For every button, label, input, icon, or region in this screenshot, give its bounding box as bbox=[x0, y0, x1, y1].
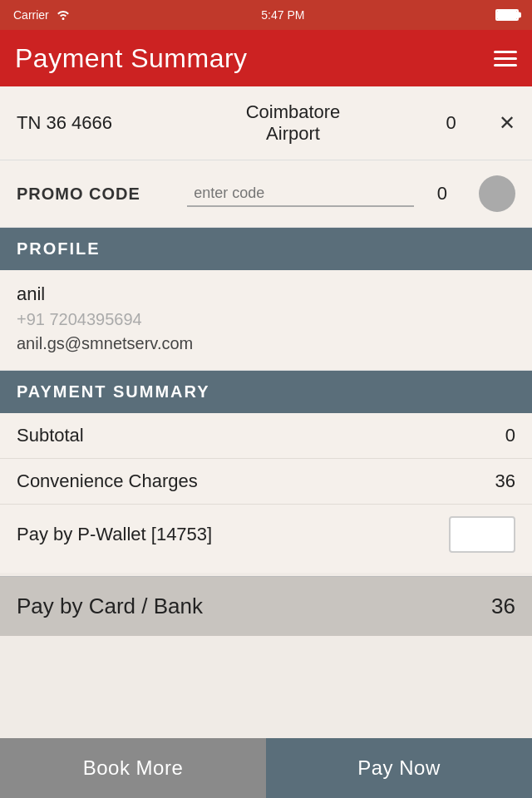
book-more-button[interactable]: Book More bbox=[0, 738, 266, 798]
subtotal-value: 0 bbox=[505, 425, 515, 446]
profile-section-header: PROFILE bbox=[0, 228, 532, 270]
pay-by-card-row: Pay by Card / Bank 36 bbox=[0, 576, 532, 636]
payment-summary-label: PAYMENT SUMMARY bbox=[17, 382, 210, 401]
booking-row: TN 36 4666 CoimbatoreAirport 0 ✕ bbox=[0, 86, 532, 160]
promo-toggle-button[interactable] bbox=[479, 175, 515, 212]
profile-email: anil.gs@smnetserv.com bbox=[17, 334, 515, 353]
convenience-charges-value: 36 bbox=[495, 470, 515, 492]
promo-code-value: 0 bbox=[414, 183, 470, 204]
pay-card-value: 36 bbox=[491, 594, 515, 619]
page-title: Payment Summary bbox=[15, 43, 248, 74]
pwallet-input[interactable] bbox=[449, 516, 515, 553]
pay-card-label: Pay by Card / Bank bbox=[17, 594, 203, 619]
hamburger-line-3 bbox=[494, 64, 517, 66]
pwallet-row: Pay by P-Wallet [14753] bbox=[0, 505, 532, 564]
convenience-charges-row: Convenience Charges 36 bbox=[0, 459, 532, 505]
hamburger-line-1 bbox=[494, 51, 517, 53]
header: Payment Summary bbox=[0, 30, 532, 86]
remove-booking-button[interactable]: ✕ bbox=[499, 111, 515, 135]
hamburger-menu-button[interactable] bbox=[494, 51, 517, 66]
booking-location: CoimbatoreAirport bbox=[175, 101, 411, 145]
payment-summary-section-header: PAYMENT SUMMARY bbox=[0, 371, 532, 413]
status-bar-time: 5:47 PM bbox=[261, 8, 304, 22]
booking-number: TN 36 4666 bbox=[17, 112, 175, 134]
booking-value: 0 bbox=[411, 112, 490, 134]
pay-now-button[interactable]: Pay Now bbox=[266, 738, 532, 798]
promo-code-row: PROMO CODE 0 bbox=[0, 160, 532, 228]
status-bar-left: Carrier bbox=[13, 8, 71, 22]
subtotal-row: Subtotal 0 bbox=[0, 413, 532, 459]
bottom-action-bar: Book More Pay Now bbox=[0, 738, 532, 798]
status-bar: Carrier 5:47 PM bbox=[0, 0, 532, 30]
battery-icon bbox=[495, 9, 519, 21]
profile-name: anil bbox=[17, 283, 515, 305]
profile-section: anil +91 7204395694 anil.gs@smnetserv.co… bbox=[0, 270, 532, 371]
profile-phone: +91 7204395694 bbox=[17, 310, 515, 329]
wifi-icon bbox=[56, 8, 71, 22]
payment-summary-section: Subtotal 0 Convenience Charges 36 Pay by… bbox=[0, 413, 532, 573]
hamburger-line-2 bbox=[494, 57, 517, 60]
promo-code-label: PROMO CODE bbox=[17, 185, 187, 204]
convenience-charges-label: Convenience Charges bbox=[17, 470, 198, 492]
promo-code-input[interactable] bbox=[187, 181, 413, 207]
status-bar-right bbox=[495, 9, 519, 21]
profile-section-label: PROFILE bbox=[17, 239, 101, 258]
carrier-label: Carrier bbox=[13, 8, 49, 22]
pwallet-label: Pay by P-Wallet [14753] bbox=[17, 524, 212, 545]
subtotal-label: Subtotal bbox=[17, 425, 84, 446]
